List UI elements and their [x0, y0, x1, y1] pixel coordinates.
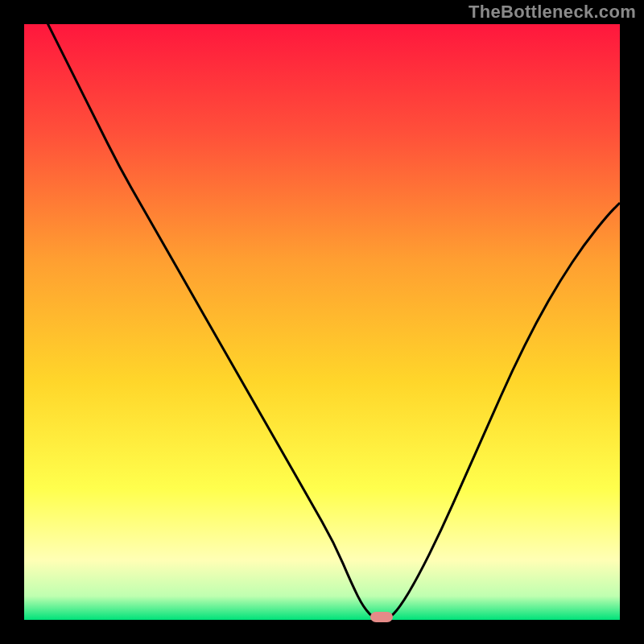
- optimal-marker: [370, 612, 393, 622]
- gradient-background: [24, 24, 620, 620]
- bottleneck-chart: [0, 0, 644, 644]
- chart-frame: TheBottleneck.com: [0, 0, 644, 644]
